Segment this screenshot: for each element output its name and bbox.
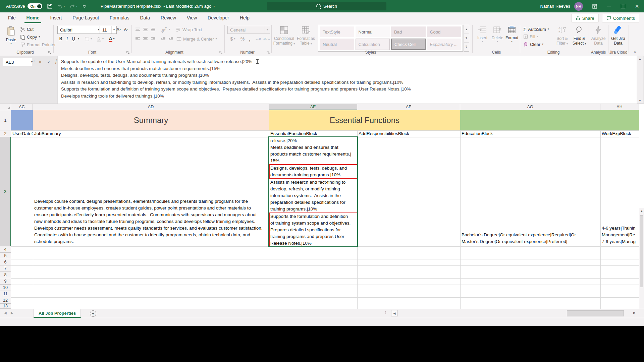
cell-style-good[interactable]: Good: [427, 26, 462, 37]
search-box[interactable]: Search: [267, 2, 386, 10]
alignment-dialog-launcher-icon[interactable]: [219, 51, 223, 54]
format-painter-button[interactable]: Format Painter: [20, 41, 56, 48]
align-middle-icon[interactable]: [142, 26, 149, 33]
cancel-icon[interactable]: ×: [36, 58, 44, 66]
number-format-select[interactable]: General▾: [227, 26, 270, 34]
tab-formulas[interactable]: Formulas: [104, 12, 135, 23]
fill-color-button[interactable]: ▾: [95, 35, 105, 43]
name-box[interactable]: AE3 ▾: [3, 58, 33, 66]
italic-button[interactable]: I: [64, 35, 70, 43]
hscroll-left-icon[interactable]: ◀: [391, 310, 398, 316]
gallery-down-icon[interactable]: ▼: [464, 34, 469, 43]
cell-ag2-field-label[interactable]: EducationBlock: [460, 130, 600, 137]
sheet-prev-icon[interactable]: ◀: [4, 311, 7, 315]
align-right-icon[interactable]: [150, 35, 156, 43]
cell-style-explanatory-[interactable]: Explanatory ...: [427, 39, 462, 50]
horizontal-scrollbar-thumb[interactable]: [567, 310, 624, 316]
find-select-button[interactable]: Find & Select ▾: [571, 24, 588, 46]
accounting-format-button[interactable]: $▾: [228, 35, 237, 43]
sheet-next-icon[interactable]: ▶: [11, 311, 13, 315]
grow-font-button[interactable]: A˄: [115, 26, 122, 33]
avatar[interactable]: NR: [574, 2, 583, 11]
clear-button[interactable]: Clear▾: [523, 41, 543, 48]
cell-ac1[interactable]: [11, 110, 33, 130]
copy-button[interactable]: Copy▾: [20, 34, 40, 40]
tab-help[interactable]: Help: [234, 12, 255, 23]
vertical-scrollbar-thumb[interactable]: [640, 215, 643, 287]
font-dialog-launcher-icon[interactable]: [126, 51, 130, 54]
vertical-scrollbar[interactable]: ▲ ▼: [639, 208, 644, 309]
conditional-formatting-button[interactable]: Conditional Formatting ▾: [273, 24, 295, 46]
autosave-toggle[interactable]: AutoSave On: [6, 3, 42, 9]
bold-button[interactable]: B: [58, 35, 64, 43]
share-button[interactable]: Share: [571, 14, 599, 22]
maximize-icon[interactable]: [616, 0, 630, 12]
shrink-font-button[interactable]: A˅: [123, 26, 129, 33]
tab-page-layout[interactable]: Page Layout: [67, 12, 104, 23]
font-size-select[interactable]: 11▾: [100, 26, 117, 34]
tab-bar-splitter[interactable]: ⁞: [385, 311, 386, 315]
gallery-more-icon[interactable]: ⊽: [464, 43, 469, 51]
cell-ae3-edit-box[interactable]: release.|20%Meets deadlines and ensures …: [268, 136, 358, 247]
decrease-decimal-button[interactable]: .00→: [262, 35, 271, 43]
font-name-select[interactable]: Calibri▾: [57, 26, 101, 34]
comments-button[interactable]: Comments: [602, 14, 639, 22]
cell-af2-field-label[interactable]: AddResponsibilitiesBlock: [357, 130, 460, 137]
insert-cells-button[interactable]: Insert▾: [475, 24, 490, 43]
decrease-indent-icon[interactable]: [160, 35, 166, 43]
get-jira-data-button[interactable]: Get Jira Data: [609, 24, 627, 46]
autosum-button[interactable]: Σ AutoSum▾: [523, 26, 549, 33]
cell-ad2-field-label[interactable]: JobSummary: [33, 130, 269, 137]
analyze-data-button[interactable]: Analyze Data: [590, 24, 607, 46]
wrap-text-button[interactable]: Wrap Text: [176, 26, 202, 33]
cell-ae2-field-label[interactable]: EssentialFunctionBlock: [269, 130, 357, 137]
scroll-up-icon[interactable]: ▲: [639, 208, 644, 214]
cell-ae1-essential-functions-header[interactable]: Essential Functions: [269, 110, 460, 130]
formula-scroll-up-icon[interactable]: ▲: [637, 56, 643, 61]
formula-input[interactable]: Supports the update of the User Manual a…: [57, 56, 637, 104]
cell-ag1[interactable]: [460, 110, 639, 130]
collapse-ribbon-icon[interactable]: ˄: [634, 50, 636, 54]
gallery-up-icon[interactable]: ▲: [464, 25, 469, 34]
orientation-button[interactable]: ab↗▾: [160, 26, 171, 33]
redo-icon[interactable]: ▾: [70, 4, 77, 9]
font-color-button[interactable]: A▾: [106, 35, 117, 43]
tab-file[interactable]: File: [3, 12, 21, 23]
save-icon[interactable]: [47, 3, 53, 9]
delete-cells-button[interactable]: Delete▾: [490, 24, 505, 43]
cell-style-neutral[interactable]: Neutral: [320, 39, 354, 50]
align-left-icon[interactable]: [134, 35, 141, 43]
cell-ag3-education[interactable]: Bachelor's Degree|Or equivalent experien…: [462, 137, 600, 246]
cell-ad3-job-summary[interactable]: Develops course content, designs present…: [34, 137, 268, 246]
underline-button[interactable]: U: [70, 35, 76, 43]
percent-style-button[interactable]: %: [239, 35, 246, 43]
formula-scroll-down-icon[interactable]: ▼: [637, 98, 643, 103]
add-sheet-button[interactable]: +: [90, 310, 96, 317]
tab-view[interactable]: View: [181, 12, 202, 23]
underline-dropdown[interactable]: ▾: [76, 35, 80, 43]
increase-decimal-button[interactable]: ←.0: [254, 35, 262, 43]
increase-indent-icon[interactable]: [167, 35, 174, 43]
cell-style-calculation[interactable]: Calculation: [356, 39, 390, 50]
comma-style-button[interactable]: ,: [247, 35, 252, 43]
paste-button[interactable]: Paste ▾: [3, 24, 19, 45]
format-as-table-button[interactable]: Format as Table ▾: [296, 24, 316, 46]
cell-ac2-field-label[interactable]: UserDate2: [11, 130, 33, 137]
enter-icon[interactable]: ✓: [45, 58, 53, 66]
user-name[interactable]: Nathan Reeves: [540, 4, 570, 9]
align-bottom-icon[interactable]: [150, 26, 156, 33]
formula-bar-splitter[interactable]: ⁞: [34, 59, 34, 63]
format-cells-button[interactable]: Format▾: [504, 24, 519, 43]
cell-style-textstyle[interactable]: TextStyle: [320, 26, 354, 37]
number-dialog-launcher-icon[interactable]: [266, 51, 270, 54]
close-icon[interactable]: ×: [630, 0, 644, 12]
sheet-tab-all-job-properties[interactable]: All Job Properties: [34, 309, 81, 318]
cell-ah3-work-experience[interactable]: 4-6 years|TraininManagement|Re7-9 years|…: [602, 137, 639, 246]
cell-style-normal[interactable]: Normal: [356, 26, 390, 37]
tab-review[interactable]: Review: [155, 12, 181, 23]
clipboard-dialog-launcher-icon[interactable]: [48, 51, 52, 54]
tab-home[interactable]: Home: [21, 12, 45, 23]
ribbon-options-icon[interactable]: [588, 0, 602, 12]
document-title[interactable]: PipeMasterImportTemplate.xlsx - Last Mod…: [80, 0, 235, 12]
undo-icon[interactable]: ▾: [57, 4, 65, 9]
